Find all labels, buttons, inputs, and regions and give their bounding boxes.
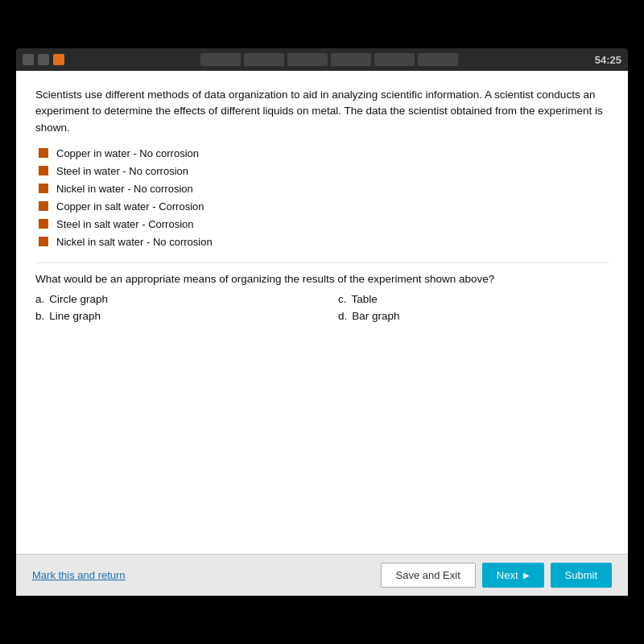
list-item: Nickel in salt water - No corrosion [39,236,609,248]
answer-grid: a. Circle graph c. Table b. Line graph d… [35,293,609,322]
window-controls [23,54,64,65]
timer-display: 54:25 [595,54,621,66]
answer-c-label: c. [338,293,347,305]
next-button[interactable]: Next [482,563,544,588]
bullet-icon [39,148,48,158]
tab-3[interactable] [287,53,328,66]
tab-4[interactable] [331,53,371,66]
answer-b[interactable]: b. Line graph [35,310,306,322]
list-item: Steel in water - No corrosion [39,165,609,177]
passage-text: Scientists use different methods of data… [35,87,609,136]
list-item-text: Nickel in water - No corrosion [56,183,193,195]
bottom-bar: Mark this and return Save and Exit Next … [16,554,628,596]
submit-button[interactable]: Submit [551,563,612,588]
answer-c-text: Table [352,293,378,305]
data-list: Copper in water - No corrosion Steel in … [35,147,609,248]
answer-b-text: Line graph [49,310,101,322]
save-exit-button[interactable]: Save and Exit [381,563,476,588]
window-btn-1[interactable] [23,54,34,65]
window-btn-orange[interactable] [53,54,64,65]
bullet-icon [39,184,48,193]
list-item-text: Steel in salt water - Corrosion [56,218,194,230]
list-item: Steel in salt water - Corrosion [39,218,609,230]
answer-d-label: d. [338,310,347,322]
mark-return-link[interactable]: Mark this and return [32,569,126,581]
bullet-icon [39,201,48,211]
answer-b-label: b. [35,310,44,322]
answer-d-text: Bar graph [352,310,399,322]
action-buttons: Save and Exit Next Submit [381,563,612,588]
window-btn-2[interactable] [38,54,49,65]
tab-5[interactable] [374,53,415,66]
list-item: Nickel in water - No corrosion [39,183,609,195]
list-item-text: Copper in water - No corrosion [56,147,199,159]
tab-2[interactable] [244,53,284,66]
top-bar: 54:25 [16,48,628,71]
list-item-text: Copper in salt water - Corrosion [56,200,204,213]
main-content: Scientists use different methods of data… [16,71,628,554]
tab-strip [200,53,458,66]
bullet-icon [39,166,48,175]
list-item-text: Nickel in salt water - No corrosion [56,236,213,248]
bullet-icon [39,219,48,229]
bullet-icon [39,237,48,246]
answer-a[interactable]: a. Circle graph [35,293,306,305]
tab-1[interactable] [200,53,241,66]
answer-a-label: a. [35,293,44,305]
question-text: What would be an appropriate means of or… [35,273,609,285]
answer-c[interactable]: c. Table [338,293,609,305]
list-item: Copper in salt water - Corrosion [39,200,609,213]
list-item: Copper in water - No corrosion [39,147,609,159]
answer-a-text: Circle graph [49,293,108,305]
answer-d[interactable]: d. Bar graph [338,310,609,322]
tab-6[interactable] [418,53,458,66]
divider [35,262,609,263]
list-item-text: Steel in water - No corrosion [56,165,188,177]
